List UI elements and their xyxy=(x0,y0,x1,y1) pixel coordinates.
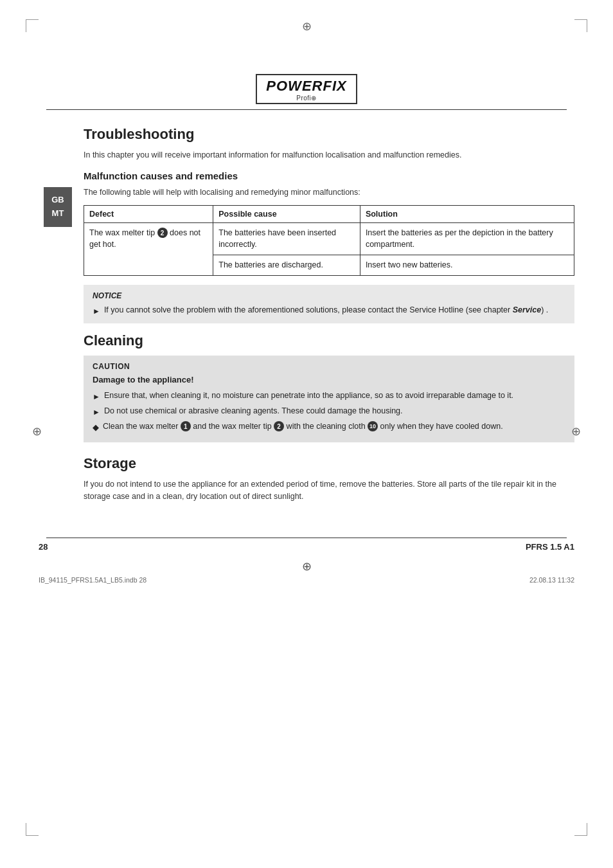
logo-profi: Profi⊕ xyxy=(266,95,346,102)
caution-item-1: ► Ensure that, when cleaning it, no mois… xyxy=(93,390,565,402)
table-header-solution: Solution xyxy=(360,205,574,222)
corner-mark-top-right xyxy=(574,19,587,32)
sidebar-label: GB MT xyxy=(44,187,72,227)
notice-item: ► If you cannot solve the problem with t… xyxy=(93,304,565,317)
header-line xyxy=(46,109,567,110)
table-cell-solution-2: Insert two new batteries. xyxy=(360,255,574,276)
crosshair-right: ⊕ xyxy=(571,424,581,439)
arrow-icon-2: ► xyxy=(93,406,100,418)
content-area: Troubleshooting In this chapter you will… xyxy=(77,123,574,512)
sidebar-label-gb: GB xyxy=(51,194,64,207)
model-number: PFRS 1.5 A1 xyxy=(526,542,574,552)
troubleshooting-title: Troubleshooting xyxy=(84,126,574,143)
table-cell-defect: The wax melter tip 2 does not get hot. xyxy=(84,222,213,275)
storage-title: Storage xyxy=(84,455,574,472)
footer-date-info: 22.08.13 11:32 xyxy=(529,576,574,584)
footer-area: 28 PFRS 1.5 A1 ⊕ IB_94115_PFRS1.5A1_LB5.… xyxy=(0,538,613,586)
circle-num-2: 2 xyxy=(157,228,168,238)
corner-mark-bottom-left xyxy=(26,823,39,836)
crosshair-left: ⊕ xyxy=(32,424,42,439)
arrow-icon: ► xyxy=(93,305,100,317)
caution-text-3: Clean the wax melter 1 and the wax melte… xyxy=(103,420,503,433)
malfunction-table: Defect Possible cause Solution The wax m… xyxy=(84,205,574,276)
troubleshooting-intro: In this chapter you will receive importa… xyxy=(84,149,574,161)
table-cell-solution-1: Insert the batteries as per the depictio… xyxy=(360,222,574,255)
footer-file-info: IB_94115_PFRS1.5A1_LB5.indb 28 xyxy=(39,576,147,584)
table-cell-cause-2: The batteries are discharged. xyxy=(213,255,360,276)
circle-num-2b: 2 xyxy=(274,421,284,431)
caution-title: CAUTION xyxy=(93,362,565,371)
notice-title: NOTICE xyxy=(93,291,565,300)
main-content: GB MT Troubleshooting In this chapter yo… xyxy=(0,123,613,512)
table-header-defect: Defect xyxy=(84,205,213,222)
logo-powerfix: POWERFIX xyxy=(266,78,346,95)
caution-item-3: ◆ Clean the wax melter 1 and the wax mel… xyxy=(93,420,565,434)
sidebar-label-mt: MT xyxy=(51,207,64,221)
malfunction-subtitle: Malfunction causes and remedies xyxy=(84,170,574,181)
troubleshooting-section: Troubleshooting In this chapter you will… xyxy=(84,126,574,323)
diamond-icon: ◆ xyxy=(93,421,99,434)
corner-mark-top-left xyxy=(26,19,39,32)
page-header: ⊕ POWERFIX Profi⊕ xyxy=(0,0,613,116)
storage-section: Storage If you do not intend to use the … xyxy=(84,455,574,503)
sidebar: GB MT xyxy=(39,123,77,512)
caution-text-1: Ensure that, when cleaning it, no moistu… xyxy=(104,390,513,402)
circle-num-10: 10 xyxy=(368,421,378,431)
storage-text: If you do not intend to use the applianc… xyxy=(84,478,574,503)
table-row: The wax melter tip 2 does not get hot. T… xyxy=(84,222,574,255)
corner-mark-bottom-right xyxy=(574,823,587,836)
page: ⊕ POWERFIX Profi⊕ ⊕ ⊕ GB MT Troubleshoot… xyxy=(0,0,613,868)
notice-box: NOTICE ► If you cannot solve the problem… xyxy=(84,285,574,323)
table-cell-cause-1: The batteries have been inserted incorre… xyxy=(213,222,360,255)
logo-box: POWERFIX Profi⊕ xyxy=(256,74,357,104)
caution-text-2: Do not use chemical or abrasive cleaning… xyxy=(104,405,403,417)
bottom-footer-info: IB_94115_PFRS1.5A1_LB5.indb 28 22.08.13 … xyxy=(0,574,613,586)
footer: 28 PFRS 1.5 A1 xyxy=(0,538,613,556)
caution-box: CAUTION Damage to the appliance! ► Ensur… xyxy=(84,356,574,443)
arrow-icon-1: ► xyxy=(93,391,100,402)
malfunction-intro: The following table will help with local… xyxy=(84,186,574,199)
caution-item-2: ► Do not use chemical or abrasive cleani… xyxy=(93,405,565,418)
crosshair-top: ⊕ xyxy=(302,19,312,33)
table-header-cause: Possible cause xyxy=(213,205,360,222)
page-number: 28 xyxy=(39,542,48,552)
crosshair-bottom: ⊕ xyxy=(0,559,613,574)
caution-subtitle: Damage to the appliance! xyxy=(93,375,565,384)
cleaning-section: Cleaning CAUTION Damage to the appliance… xyxy=(84,332,574,443)
notice-text: If you cannot solve the problem with the… xyxy=(104,304,548,316)
circle-num-1: 1 xyxy=(181,421,191,431)
cleaning-title: Cleaning xyxy=(84,332,574,349)
